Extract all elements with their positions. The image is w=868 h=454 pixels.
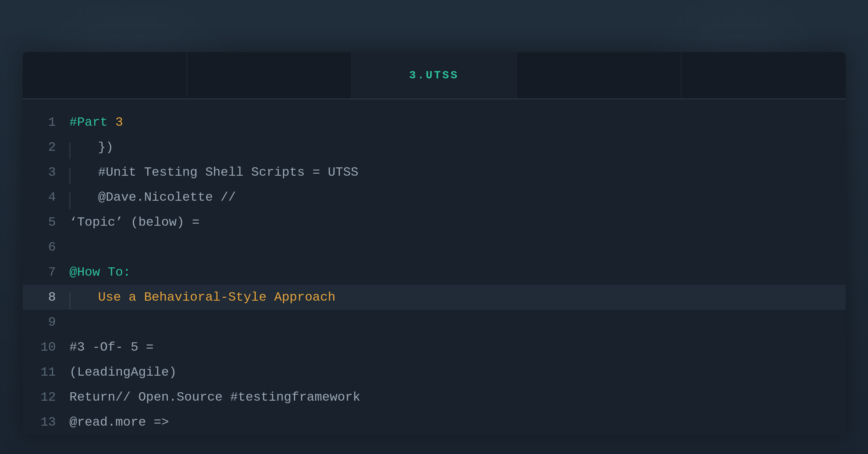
tab-4[interactable]: [517, 52, 681, 98]
code-text: #Part 3: [69, 116, 123, 129]
line-number: 2: [23, 141, 69, 154]
tab-1[interactable]: [23, 52, 186, 98]
code-line-1[interactable]: 1 #Part 3: [23, 110, 846, 135]
code-text: Use a Behavioral-Style Approach: [69, 291, 336, 304]
line-number: 11: [23, 366, 69, 379]
code-text: @How To:: [69, 266, 131, 279]
token: #Unit Testing Shell Scripts = UTSS: [98, 165, 359, 180]
token-part: #Part: [69, 115, 115, 130]
token-howto: @How To:: [69, 265, 131, 280]
tab-bar: 3.UTSS: [23, 52, 846, 99]
line-number: 13: [23, 416, 69, 429]
code-text: Return// Open.Source #testingframework: [69, 391, 361, 404]
line-number: 8: [23, 291, 69, 304]
code-text: #3 -Of- 5 =: [69, 341, 154, 354]
line-number: 1: [23, 116, 69, 129]
code-text: (LeadingAgile): [69, 366, 177, 379]
code-text: ‘Topic’ (below) =: [69, 216, 200, 229]
code-line-6[interactable]: 6: [23, 235, 846, 260]
line-number: 12: [23, 391, 69, 404]
token: @read.more =>: [69, 415, 169, 429]
tab-3-utss[interactable]: 3.UTSS: [352, 52, 516, 98]
code-line-13[interactable]: 13 @read.more =>: [23, 410, 846, 435]
code-line-9[interactable]: 9: [23, 310, 846, 335]
code-line-7[interactable]: 7 @How To:: [23, 260, 846, 285]
tab-label: 3.UTSS: [409, 69, 459, 82]
line-number: 4: [23, 191, 69, 204]
code-text: @read.more =>: [69, 416, 169, 429]
line-number: 9: [23, 316, 69, 329]
code-area[interactable]: 1 #Part 3 2 }) 3 #Unit Testing Shell Scr…: [23, 99, 846, 435]
code-text: }): [69, 141, 114, 154]
code-line-8-highlight[interactable]: 8 Use a Behavioral-Style Approach: [23, 285, 846, 310]
code-text: @Dave.Nicolette //: [69, 191, 236, 204]
line-number: 10: [23, 341, 69, 354]
tab-5[interactable]: [682, 52, 845, 98]
code-line-10[interactable]: 10 #3 -Of- 5 =: [23, 335, 846, 360]
code-line-2[interactable]: 2 }): [23, 135, 846, 160]
line-number: 6: [23, 241, 69, 254]
token: @Dave.Nicolette //: [98, 190, 236, 205]
token: }): [98, 140, 114, 155]
token: (LeadingAgile): [69, 365, 177, 380]
code-line-11[interactable]: 11 (LeadingAgile): [23, 360, 846, 385]
code-line-4[interactable]: 4 @Dave.Nicolette //: [23, 185, 846, 210]
token-number: 3: [115, 115, 123, 130]
token: Return// Open.Source #testingframework: [69, 390, 361, 404]
code-line-5[interactable]: 5 ‘Topic’ (below) =: [23, 210, 846, 235]
line-number: 7: [23, 266, 69, 279]
editor-window: 3.UTSS 1 #Part 3 2 }) 3 #Unit Testing Sh…: [23, 52, 846, 435]
line-number: 3: [23, 166, 69, 179]
code-line-12[interactable]: 12 Return// Open.Source #testingframewor…: [23, 385, 846, 410]
token: ‘Topic’ (below) =: [69, 215, 200, 230]
tab-2[interactable]: [187, 52, 351, 98]
line-number: 5: [23, 216, 69, 229]
token: #3 -Of- 5 =: [69, 340, 154, 355]
code-line-3[interactable]: 3 #Unit Testing Shell Scripts = UTSS: [23, 160, 846, 185]
code-text: #Unit Testing Shell Scripts = UTSS: [69, 166, 359, 179]
token-behavioral: Use a Behavioral-Style Approach: [98, 290, 336, 304]
